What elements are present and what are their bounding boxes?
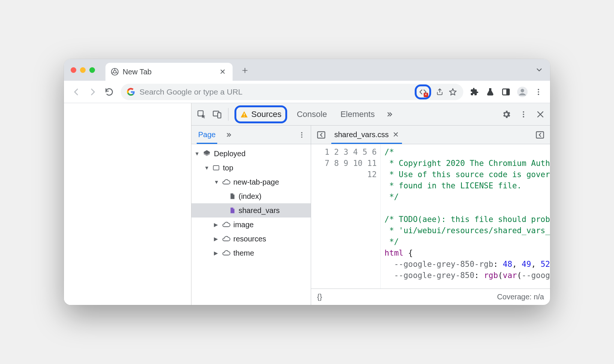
toolbar: Search Google or type a URL ✕ [64,81,550,103]
address-bar-placeholder: Search Google or type a URL [139,87,242,96]
device-toolbar-button[interactable] [212,109,222,119]
settings-button[interactable] [501,109,511,119]
browser-window: New Tab ✕ ＋ Search Google or type a URL [64,59,550,305]
format-braces-button[interactable]: {} [317,293,322,301]
content-area: Sources Console Elements [64,103,550,305]
tab-console[interactable]: Console [293,107,331,121]
share-button[interactable] [436,88,444,96]
code-lines[interactable]: /* * Copyright 2020 The Chromium Auth * … [381,144,550,289]
svg-point-5 [521,89,524,92]
svg-point-15 [523,114,524,115]
warning-icon [240,110,248,118]
devtools-menu-button[interactable] [519,110,528,118]
maximize-window-button[interactable] [89,67,95,73]
cloud-icon [222,220,230,229]
code-editor[interactable]: 1 2 3 4 5 6 7 8 9 10 11 12 /* * Copyrigh… [311,144,550,305]
cloud-icon [222,249,230,257]
open-file-tab[interactable]: shared_vars.css ✕ [331,126,402,144]
bookmark-button[interactable] [448,87,457,96]
svg-point-14 [523,111,524,112]
deployed-icon [203,149,211,158]
forward-button[interactable] [88,87,98,97]
cloud-icon [222,235,230,243]
file-icon [229,192,236,200]
line-gutter: 1 2 3 4 5 6 7 8 9 10 11 12 [311,144,381,289]
svg-point-18 [301,134,302,135]
close-window-button[interactable] [71,67,76,73]
close-file-button[interactable]: ✕ [393,130,399,139]
svg-point-17 [301,132,302,133]
navigator-menu-button[interactable] [298,131,306,139]
tree-row-resources[interactable]: ▶ resources [191,232,311,246]
tabs-dropdown-button[interactable] [535,66,543,74]
devtools-tabbar: Sources Console Elements [191,103,550,126]
labs-button[interactable] [486,87,495,96]
svg-point-16 [523,116,524,117]
tab-sources-label: Sources [251,109,282,119]
coverage-status: Coverage: n/a [497,293,544,301]
tab-strip: New Tab ✕ ＋ [64,59,550,81]
svg-rect-3 [506,89,509,95]
tab-elements[interactable]: Elements [337,107,378,121]
side-panel-button[interactable] [501,87,510,96]
svg-point-8 [538,93,539,95]
tree-row-theme[interactable]: ▶ theme [191,246,311,260]
new-tab-button[interactable]: ＋ [240,64,250,77]
svg-point-19 [301,136,302,138]
tree-row-index[interactable]: (index) [191,189,311,203]
editor-statusbar: {} Coverage: n/a [311,289,550,305]
inspect-element-button[interactable] [197,109,206,119]
minimize-window-button[interactable] [80,67,86,73]
css-file-icon [229,206,236,215]
frame-icon [212,164,220,172]
devtools-panel: Sources Console Elements [191,103,550,305]
tree-row-deployed[interactable]: ▼ Deployed [191,146,311,161]
page-viewport [64,103,191,305]
devtools-toggle-button[interactable]: ✕ [419,88,427,96]
window-controls [71,67,95,73]
toggle-navigator-button[interactable] [316,130,326,140]
profile-button[interactable] [517,87,528,97]
reload-button[interactable] [104,87,114,97]
navigator-tab-page[interactable]: Page [197,126,217,144]
svg-rect-20 [317,132,325,138]
svg-point-6 [538,89,539,90]
chrome-menu-button[interactable] [534,88,543,96]
svg-point-7 [538,91,539,93]
svg-rect-12 [244,113,245,115]
file-tree[interactable]: ▼ Deployed ▼ top ▼ new-tab-page [191,144,311,305]
tree-row-newtabpage[interactable]: ▼ new-tab-page [191,175,311,189]
devtools-body: ▼ Deployed ▼ top ▼ new-tab-page [191,144,550,305]
close-tab-button[interactable]: ✕ [219,67,226,76]
address-bar[interactable]: Search Google or type a URL ✕ [121,84,463,100]
google-icon [127,88,135,96]
extensions-button[interactable] [470,87,479,96]
error-badge-icon: ✕ [424,93,428,97]
tree-row-shared-vars[interactable]: shared_vars [191,203,311,218]
svg-rect-22 [214,166,219,170]
chrome-icon [111,68,119,76]
tab-title: New Tab [123,68,151,76]
tree-row-image[interactable]: ▶ image [191,218,311,232]
toggle-debugger-button[interactable] [535,130,545,140]
navigator-header: Page [191,126,311,144]
svg-point-1 [113,70,116,73]
browser-tab[interactable]: New Tab ✕ [105,63,233,81]
devtools-toggle-highlight: ✕ [415,84,431,99]
cloud-icon [222,178,230,186]
more-navigator-tabs[interactable] [224,131,233,139]
tab-sources[interactable]: Sources [234,105,287,123]
svg-rect-21 [536,132,544,138]
more-tabs-button[interactable] [384,110,394,118]
devtools-subbar: Page shared_vars.css ✕ [191,126,550,144]
back-button[interactable] [71,87,81,97]
svg-rect-13 [244,116,245,117]
editor-header: shared_vars.css ✕ [311,126,550,144]
svg-rect-11 [218,112,221,118]
tree-row-top[interactable]: ▼ top [191,161,311,175]
open-file-name: shared_vars.css [334,130,389,139]
close-devtools-button[interactable] [536,110,545,119]
